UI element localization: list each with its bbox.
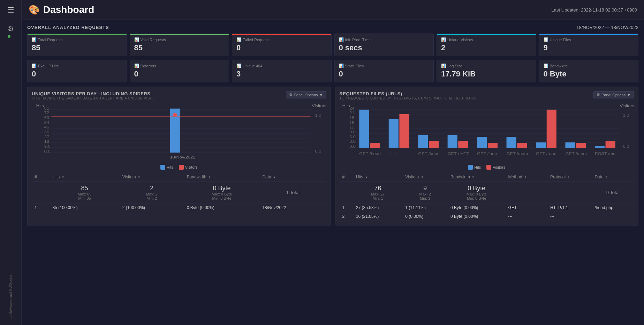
table-row: 1 85 (100.00%) 2 (100.00%) 0 Byte (0.00%… — [32, 204, 326, 212]
visitors-panel-title: UNIQUE VISITORS PER DAY - INCLUDING SPID… — [32, 91, 154, 96]
col-hash: # — [32, 172, 50, 182]
last-updated: Last Updated: 2022-11-18 02:00:37 +0900 — [552, 7, 637, 13]
stat-unique-404[interactable]: 📊 Unique 404 3 — [232, 60, 332, 82]
visitors-summary-row: 85 Max: 85 Min: 85 2 Max: 2 Min: 2 — [32, 182, 326, 204]
stat-log-size[interactable]: 📊 Log Size 17.79 KiB — [437, 60, 536, 82]
row-num: 1 — [32, 204, 50, 212]
svg-rect-54 — [418, 135, 428, 148]
visitors-panel: UNIQUE VISITORS PER DAY - INCLUDING SPID… — [27, 87, 331, 226]
rf-summary-hits: 76 — [356, 185, 400, 192]
credit-text: by GoAccess and GWSocket — [9, 271, 13, 319]
col-data[interactable]: Data ▼ — [259, 172, 326, 182]
table-row: 2 16 (21.05%) 0 (0.00%) 0 Byte (0.00%) -… — [340, 212, 634, 221]
gear-small-icon2: ⚙ — [597, 93, 600, 97]
sidebar: ☰ ⚙ by GoAccess and GWSocket — [0, 0, 22, 325]
stats-grid-row1: 📊 Total Requests 85 📊 Valid Requests 85 … — [27, 34, 638, 56]
visitors-panel-subtitle: HITS HAVING THE SAME IP, DATE AND AGENT … — [32, 96, 154, 100]
overall-section-header: OVERALL ANALYZED REQUESTS 18/NOV/2022 — … — [27, 25, 638, 30]
svg-text:GET /repo: GET /repo — [536, 152, 556, 155]
gear-small-icon: ⚙ — [289, 93, 293, 97]
svg-rect-57 — [458, 141, 468, 148]
rf-summary-hits-min: Min: 1 — [356, 196, 400, 200]
summary-total: 1 Total — [286, 190, 300, 195]
rf-summary-bw-max: Max: 0 Byte — [450, 192, 503, 196]
row-hits: 85 (100.00%) — [50, 204, 120, 212]
stats-grid-row2: 📊 Excl. IP Hits 0 📊 Referrers 0 📊 Unique… — [27, 60, 638, 82]
rf-summary-bw: 0 Byte — [450, 185, 503, 192]
col-protocol[interactable]: Protocol ⇕ — [547, 172, 592, 182]
svg-text:36: 36 — [44, 130, 49, 134]
svg-text:81: 81 — [44, 106, 49, 110]
last-updated-value: 2022-11-18 02:00:37 +0900 — [581, 7, 637, 13]
visitors-chart: 81 72 63 54 45 36 27 18 9.0 0.0 Hits 1.0… — [32, 104, 326, 162]
col-data2[interactable]: Data ⇕ — [592, 172, 634, 182]
col-hits2[interactable]: Hits ▼ — [353, 172, 402, 182]
stat-unique-visitors[interactable]: 📊 Unique Visitors 2 — [437, 34, 536, 56]
svg-rect-52 — [388, 119, 398, 148]
svg-text:21: 21 — [349, 111, 354, 115]
col-visitors2[interactable]: Visitors ⇕ — [402, 172, 448, 182]
col-bandwidth[interactable]: Bandwidth ⇕ — [184, 172, 260, 182]
gear-icon[interactable]: ⚙ — [8, 24, 14, 38]
svg-text:GET /boar: GET /boar — [418, 152, 439, 155]
rf-summary-visitors: 9 — [405, 185, 445, 192]
requested-files-panel: REQUESTED FILES (URLS) TOP REQUESTS SORT… — [335, 87, 639, 226]
overall-title: OVERALL ANALYZED REQUESTS — [27, 25, 109, 30]
col-hash2: # — [340, 172, 353, 182]
stat-label-total: 📊 Total Requests — [32, 37, 122, 42]
col-visitors[interactable]: Visitors ⇕ — [120, 172, 184, 182]
row-bandwidth: 0 Byte (0.00%) — [184, 204, 260, 212]
visitors-panel-options-button[interactable]: ⚙ Panel Options ▼ — [286, 91, 326, 98]
stat-static-files[interactable]: 📊 Static Files 0 — [334, 60, 434, 82]
bar-chart-icon-10: 📊 — [339, 64, 344, 68]
requested-files-chart-svg: 24 21 18 15 12 9.0 6.0 3.0 0.0 Hits 1.0 … — [340, 104, 634, 162]
bar-chart-icon-5: 📊 — [441, 37, 446, 42]
stat-value-ref: 0 — [134, 69, 225, 79]
bar-chart-icon-7: 📊 — [32, 64, 37, 68]
col-method[interactable]: Method ⇕ — [506, 172, 547, 182]
svg-rect-53 — [399, 114, 409, 148]
dashboard-icon: 🎨 — [29, 5, 40, 15]
col-bandwidth2[interactable]: Bandwidth ⇕ — [448, 172, 506, 182]
svg-text:1.0: 1.0 — [623, 113, 629, 117]
rf-summary-total: 9 Total — [606, 190, 620, 195]
stat-failed-requests[interactable]: 📊 Failed Requests 0 — [232, 34, 332, 56]
app-title: 🎨 Dashboard — [29, 4, 94, 15]
svg-text:Hits: Hits — [36, 104, 44, 108]
stat-bandwidth[interactable]: 📊 Bandwidth 0 Byte — [539, 60, 639, 82]
svg-text:0.0: 0.0 — [623, 145, 629, 148]
svg-text:18: 18 — [349, 116, 354, 119]
col-hits[interactable]: Hits ⇕ — [50, 172, 120, 182]
stat-total-requests[interactable]: 📊 Total Requests 85 — [27, 34, 127, 56]
stat-referrers[interactable]: 📊 Referrers 0 — [130, 60, 229, 82]
svg-text:Visitors: Visitors — [312, 104, 326, 108]
requested-files-header: REQUESTED FILES (URLS) TOP REQUESTS SORT… — [340, 91, 634, 103]
hits-legend-item2: Hits — [468, 165, 481, 170]
stat-unique-files[interactable]: 📊 Unique Files 9 — [539, 34, 639, 56]
date-range: 18/NOV/2022 — 18/NOV/2022 — [576, 25, 638, 30]
svg-rect-59 — [487, 143, 497, 148]
stat-excl-ip[interactable]: 📊 Excl. IP Hits 0 — [27, 60, 127, 82]
bar-chart-icon-3: 📊 — [236, 37, 241, 42]
summary-visitors-min: Min: 2 — [122, 196, 181, 200]
svg-rect-63 — [546, 110, 556, 148]
hamburger-icon[interactable]: ☰ — [7, 6, 14, 15]
dashboard-title: Dashboard — [43, 4, 94, 15]
svg-text:··· ····: ··· ···· — [388, 152, 398, 155]
stat-init-proc-time[interactable]: 📊 Init. Proc. Time 0 secs — [334, 34, 434, 56]
visitors-legend-color2 — [486, 165, 491, 170]
bar-chart-icon-1: 📊 — [32, 37, 37, 42]
svg-text:GET / HTT: GET / HTT — [447, 152, 469, 155]
summary-hits-min: Min: 85 — [53, 196, 117, 200]
svg-text:0.0: 0.0 — [315, 149, 321, 153]
bar-chart-icon-9: 📊 — [236, 64, 241, 68]
svg-text:18: 18 — [44, 140, 49, 143]
bar-chart-icon-8: 📊 — [134, 64, 139, 68]
last-updated-label: Last Updated: — [552, 7, 580, 13]
stat-value-excl: 0 — [32, 69, 122, 79]
stat-value-unique-files: 9 — [544, 43, 634, 52]
svg-text:0.0: 0.0 — [44, 149, 51, 153]
svg-text:18/Nov/2022: 18/Nov/2022 — [170, 155, 195, 159]
requested-files-panel-options-button[interactable]: ⚙ Panel Options ▼ — [593, 91, 634, 98]
stat-valid-requests[interactable]: 📊 Valid Requests 85 — [130, 34, 229, 56]
